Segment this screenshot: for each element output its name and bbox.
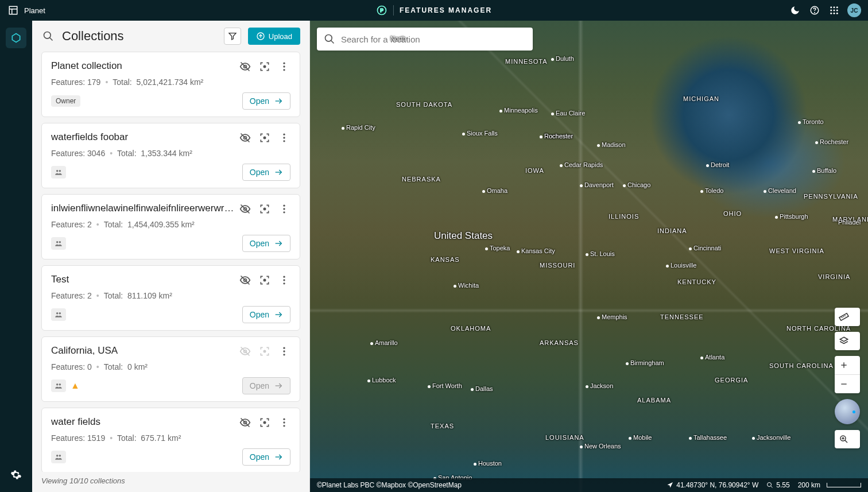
- top-bar: Planet P FEATURES MANAGER JC: [0, 0, 868, 21]
- focus-icon[interactable]: [258, 203, 271, 215]
- features-count: Features: 179: [51, 78, 100, 87]
- svg-point-51: [283, 279, 285, 281]
- svg-point-36: [59, 170, 61, 172]
- collection-card: Planet collection Features: 179 • Total:…: [41, 52, 300, 117]
- collection-name: water fields: [51, 416, 239, 428]
- more-menu-icon[interactable]: [278, 60, 290, 73]
- zoom-in-button[interactable]: [835, 356, 853, 374]
- focus-icon[interactable]: [258, 274, 271, 286]
- features-count: Features: 0: [51, 362, 92, 371]
- svg-point-59: [283, 347, 285, 349]
- svg-point-45: [59, 241, 61, 243]
- zoom-extent-icon[interactable]: [835, 430, 853, 448]
- map-attribution: ©Planet Labs PBC ©Mapbox ©OpenStreetMap: [317, 481, 462, 489]
- open-button[interactable]: Open: [242, 235, 290, 252]
- features-count: Features: 1519: [51, 433, 105, 443]
- focus-icon[interactable]: [258, 131, 271, 144]
- visibility-off-icon[interactable]: [239, 131, 251, 144]
- open-button[interactable]: Open: [242, 92, 290, 110]
- theme-toggle-icon[interactable]: [789, 4, 801, 17]
- total-area: Total: 5,021,421.734 km²: [113, 78, 203, 87]
- more-menu-icon[interactable]: [278, 416, 290, 429]
- svg-line-87: [843, 316, 844, 317]
- svg-point-83: [326, 35, 332, 42]
- collection-name: waterfields foobar: [51, 131, 239, 143]
- svg-point-72: [59, 455, 61, 457]
- open-button[interactable]: Open: [242, 164, 290, 181]
- visibility-off-icon[interactable]: [239, 416, 251, 429]
- svg-point-53: [56, 312, 59, 315]
- svg-point-67: [264, 421, 265, 423]
- svg-point-34: [283, 140, 285, 142]
- more-menu-icon[interactable]: [278, 203, 290, 215]
- focus-icon[interactable]: [258, 60, 271, 73]
- collections-panel: Collections Upload Planet collection Fea…: [32, 21, 310, 492]
- svg-point-26: [283, 65, 285, 67]
- left-rail: [0, 21, 32, 492]
- collections-search-icon[interactable]: [41, 29, 55, 43]
- features-count: Features: 2: [51, 291, 92, 300]
- svg-point-33: [283, 137, 285, 138]
- visibility-off-icon[interactable]: [239, 274, 251, 286]
- map-scale: 200 km: [798, 481, 861, 489]
- filter-button[interactable]: [224, 28, 241, 45]
- svg-point-27: [283, 69, 285, 71]
- svg-point-58: [264, 350, 265, 352]
- collection-card: California, USA Features: 0 • Total: 0 k…: [41, 336, 300, 402]
- globe-icon[interactable]: [835, 399, 860, 424]
- svg-point-42: [283, 208, 285, 210]
- features-count: Features: 2: [51, 220, 92, 229]
- svg-point-10: [830, 10, 832, 11]
- focus-icon: [258, 345, 271, 358]
- svg-point-63: [59, 383, 61, 386]
- open-button[interactable]: Open: [242, 306, 290, 323]
- svg-point-24: [264, 65, 265, 67]
- svg-point-41: [283, 205, 285, 207]
- open-button[interactable]: Open: [242, 448, 290, 466]
- visibility-off-icon[interactable]: [239, 203, 251, 215]
- zoom-out-button[interactable]: [835, 375, 853, 393]
- total-area: Total: 811.109 km²: [104, 291, 172, 300]
- svg-point-25: [283, 63, 285, 64]
- focus-icon[interactable]: [258, 416, 271, 429]
- apps-grid-icon[interactable]: [828, 4, 840, 17]
- help-icon[interactable]: [808, 4, 821, 17]
- total-area: Total: 1,454,409.355 km²: [104, 220, 195, 229]
- collections-list: Planet collection Features: 179 • Total:…: [32, 52, 309, 472]
- shared-icon: [51, 379, 66, 392]
- visibility-off-icon[interactable]: [239, 60, 251, 73]
- svg-point-11: [834, 10, 835, 11]
- map-coords: 41.48730° N, 76.90942° W: [666, 481, 758, 489]
- svg-line-18: [50, 38, 53, 41]
- layers-icon[interactable]: [835, 332, 853, 350]
- svg-point-9: [836, 6, 838, 8]
- svg-rect-0: [9, 6, 17, 14]
- collection-card: waterfields foobar Features: 3046 • Tota…: [41, 123, 300, 188]
- svg-point-32: [283, 134, 285, 135]
- measure-tool-icon[interactable]: [835, 308, 853, 326]
- features-nav-icon[interactable]: [6, 28, 26, 48]
- svg-point-17: [44, 32, 51, 39]
- more-menu-icon[interactable]: [278, 345, 290, 358]
- svg-line-88: [844, 315, 845, 316]
- map[interactable]: United States MINNESOTASOUTH DAKOTANEBRA…: [310, 21, 868, 492]
- upload-button[interactable]: Upload: [248, 28, 300, 45]
- more-menu-icon[interactable]: [278, 131, 290, 144]
- settings-icon[interactable]: [6, 464, 26, 485]
- svg-point-31: [264, 137, 265, 138]
- svg-text:P: P: [380, 7, 383, 13]
- svg-point-15: [836, 13, 838, 14]
- svg-point-60: [283, 350, 285, 352]
- collection-name: California, USA: [51, 345, 239, 357]
- app-title: FEATURES MANAGER: [400, 6, 492, 14]
- total-area: Total: 675.71 km²: [117, 433, 181, 443]
- map-footer: ©Planet Labs PBC ©Mapbox ©OpenStreetMap …: [310, 478, 868, 492]
- svg-point-14: [834, 13, 835, 14]
- svg-marker-16: [12, 34, 20, 42]
- user-avatar[interactable]: JC: [847, 3, 861, 17]
- more-menu-icon[interactable]: [278, 274, 290, 286]
- svg-point-62: [56, 383, 59, 386]
- svg-point-13: [830, 13, 832, 14]
- location-search-input[interactable]: [341, 34, 526, 44]
- svg-point-6: [815, 12, 815, 13]
